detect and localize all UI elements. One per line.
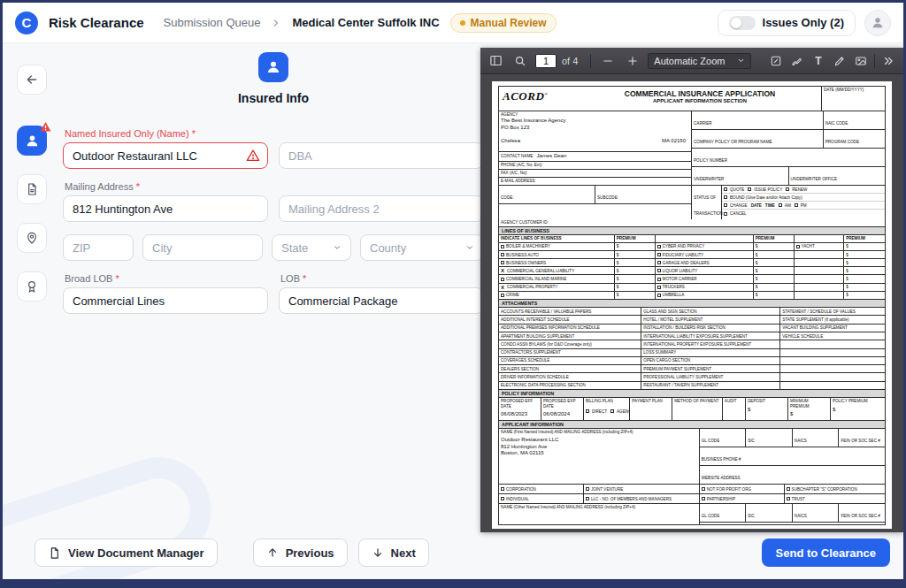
chevron-down-icon [737, 57, 745, 65]
other-named-insured-block: NAME (Other Named Insured) AND MAILING A… [499, 504, 885, 525]
annotate-icon[interactable] [766, 51, 786, 71]
lob-label: BUSINESS OWNERS [499, 259, 615, 267]
underwriter-row: UNDERWRITER UNDERWRITER OFFICE [692, 167, 885, 186]
send-to-clearance-button[interactable]: Send to Clearance [762, 538, 890, 567]
more-tools-icon[interactable] [879, 51, 898, 71]
toggle-switch-icon[interactable] [729, 16, 756, 30]
nav-insured-info[interactable] [17, 126, 47, 156]
broad-lob-input[interactable] [63, 287, 268, 314]
manual-review-badge: Manual Review [450, 13, 557, 33]
applicant-name-block: NAME (First Named Insured) AND MAILING A… [499, 429, 885, 484]
attachment-cell [780, 340, 885, 348]
named-insured-input[interactable] [63, 142, 268, 169]
pdf-page: ACORD® COMMERCIAL INSURANCE APPLICATION … [492, 81, 892, 529]
back-button[interactable] [17, 65, 47, 95]
lob-label: XCOMMERCIAL PROPERTY [499, 284, 615, 292]
mailing-address-input[interactable] [63, 195, 268, 222]
attachment-cell [780, 349, 885, 357]
attachment-cell: STATEMENT / SCHEDULE OF VALUES [780, 308, 885, 316]
email-row: E-MAIL ADDRESS: [499, 178, 691, 186]
zoom-in-icon[interactable] [623, 51, 642, 71]
fax-row: FAX (A/C, No): [499, 170, 691, 178]
section-nav-rail [17, 65, 47, 302]
lob-premium: $ [754, 267, 795, 275]
attachment-row: ACCOUNTS RECEIVABLE / VALUABLE PAPERSGLA… [499, 308, 885, 316]
warning-icon [246, 149, 260, 163]
attachment-row: DEALERS SECTIONPREMIUM PAYMENT SUPPLEMEN… [499, 365, 885, 373]
nav-documents[interactable] [17, 174, 47, 204]
breadcrumb-submission-queue[interactable]: Submission Queue [164, 16, 261, 29]
zip-input[interactable] [63, 234, 134, 261]
lob-premium: $ [754, 275, 795, 283]
carrier-row: CARRIER NAIC CODE [692, 111, 885, 130]
broad-lob-label: Broad LOB * [65, 273, 268, 284]
pdf-viewer: of 4 Automatic Zoom T [480, 48, 903, 532]
entity-type-rows: CORPORATIONJOINT VENTURENOT FOR PROFIT O… [499, 484, 885, 504]
acord-subtitle: APPLICANT INFORMATION SECTION [579, 98, 821, 103]
dba-input[interactable] [279, 142, 484, 169]
previous-button[interactable]: Previous [253, 538, 348, 567]
attachment-cell: ACCOUNTS RECEIVABLE / VALUABLE PAPERS [499, 308, 641, 316]
free-text-icon[interactable]: T [809, 51, 828, 71]
main-content: Insured Info Named Insured Only (Name) *… [3, 43, 903, 579]
award-icon [25, 279, 39, 294]
previous-label: Previous [286, 546, 334, 560]
state-select[interactable]: State [272, 234, 351, 261]
attachment-cell: GLASS AND SIGN SECTION [641, 308, 780, 316]
zoom-out-icon[interactable] [598, 51, 618, 71]
nav-location[interactable] [17, 223, 47, 253]
sidebar-toggle-icon[interactable] [486, 51, 505, 71]
nav-lob[interactable] [17, 271, 47, 302]
policy-info-row: PROPOSED EFF DATE06/08/2023 PROPOSED EXP… [499, 398, 885, 421]
page-count-label: of 4 [562, 56, 578, 66]
attachment-rows: ACCOUNTS RECEIVABLE / VALUABLE PAPERSGLA… [499, 308, 885, 390]
mailing-address2-input[interactable] [279, 195, 484, 222]
lob-premium: $ [844, 267, 885, 275]
add-image-icon[interactable] [851, 51, 871, 71]
attachment-row: ADDITIONAL INTEREST SCHEDULEHOTEL / MOTE… [499, 316, 885, 324]
breadcrumb-current: Medical Center Suffolk INC [292, 16, 439, 29]
next-button[interactable]: Next [358, 538, 429, 567]
lob-rows: BOILER & MACHINERY$CYBER AND PRIVACY$YAC… [499, 243, 885, 300]
company-policy-row: COMPANY POLICY OR PROGRAM NAME PROGRAM C… [692, 130, 885, 149]
lob-label: LIQUOR LIABILITY [656, 267, 754, 275]
view-document-manager-button[interactable]: View Document Manager [35, 538, 218, 567]
entity-option: CORPORATION [499, 485, 584, 493]
arrow-left-icon [25, 73, 39, 87]
lob-premium: $ [754, 243, 795, 251]
user-avatar[interactable] [864, 10, 891, 36]
person-icon [25, 134, 40, 149]
attachment-cell: INTERNATIONAL LIABILITY EXPOSURE SUPPLEM… [641, 332, 780, 340]
search-icon[interactable] [511, 51, 530, 71]
location-pin-icon [25, 231, 39, 245]
issues-only-toggle[interactable]: Issues Only (2) [718, 10, 856, 36]
section-title: Insured Info [238, 91, 309, 105]
attachment-cell: DRIVER INFORMATION SCHEDULE [499, 373, 641, 381]
pdf-scroll-area[interactable]: ACORD® COMMERCIAL INSURANCE APPLICATION … [480, 74, 903, 532]
highlight-icon[interactable] [787, 51, 807, 71]
lob-label [795, 267, 845, 275]
attachment-row: CONTRACTORS SUPPLEMENTLOSS SUMMARY [499, 349, 885, 357]
lob-premium: $ [844, 292, 885, 300]
lob-row: CRIME$UMBRELLA$$ [499, 292, 885, 300]
attachment-cell: LOSS SUMMARY [641, 349, 780, 357]
lob-premium: $ [844, 259, 885, 267]
lob-label: COMMERCIAL INLAND MARINE [499, 275, 615, 283]
attachment-cell [780, 357, 885, 365]
county-select[interactable]: County [360, 234, 484, 261]
attachment-cell [780, 382, 885, 390]
city-input[interactable] [142, 234, 263, 261]
page-number-input[interactable] [535, 54, 557, 68]
lob-premium: $ [615, 259, 656, 267]
lob-input[interactable] [279, 287, 484, 314]
attachment-cell [780, 373, 885, 381]
ink-draw-icon[interactable] [830, 51, 849, 71]
toolbar-divider [874, 54, 875, 68]
lob-premium: $ [754, 284, 795, 292]
lob-label: YACHT [795, 243, 845, 251]
attachment-cell: HOTEL / MOTEL SUPPLEMENT [641, 316, 780, 324]
lob-row: XCOMMERCIAL GENERAL LIABILITY$LIQUOR LIA… [499, 267, 885, 275]
manual-review-label: Manual Review [471, 17, 547, 29]
zoom-level-select[interactable]: Automatic Zoom [648, 53, 751, 69]
acord-form: ACORD® COMMERCIAL INSURANCE APPLICATION … [498, 86, 886, 525]
